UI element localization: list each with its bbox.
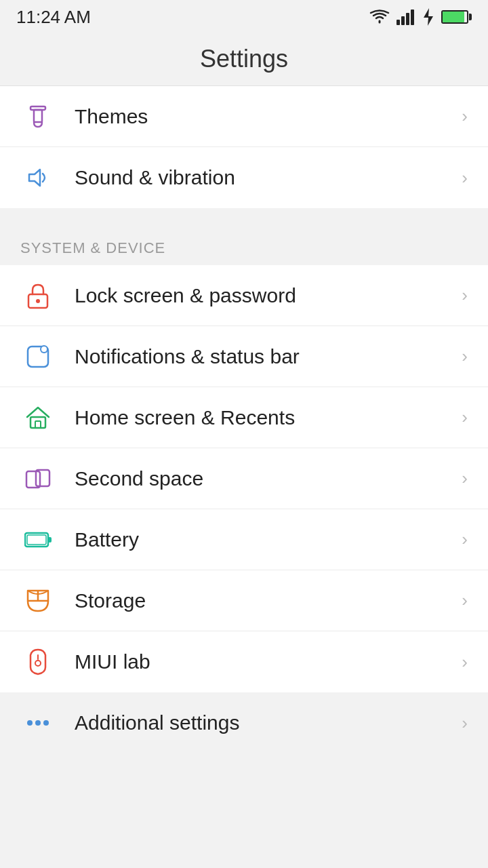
top-section: Themes › Sound & vibration › (0, 86, 488, 208)
settings-item-home[interactable]: Home screen & Recents › (0, 387, 488, 448)
svg-rect-2 (406, 13, 409, 25)
home-label: Home screen & Recents (75, 406, 462, 429)
lock-label: Lock screen & password (75, 284, 462, 307)
storage-label: Storage (75, 589, 462, 612)
page-header: Settings (0, 33, 488, 86)
status-bar: 11:24 AM (0, 0, 488, 33)
svg-point-23 (35, 720, 41, 726)
svg-point-20 (35, 660, 41, 666)
settings-item-second-space[interactable]: Second space › (0, 448, 488, 509)
settings-item-themes[interactable]: Themes › (0, 86, 488, 147)
notifications-label: Notifications & status bar (75, 345, 462, 368)
settings-item-notifications[interactable]: Notifications & status bar › (0, 326, 488, 387)
svg-rect-1 (401, 16, 405, 25)
second-space-label: Second space (75, 467, 462, 490)
battery-settings-icon (20, 522, 56, 557)
second-space-icon (20, 461, 56, 496)
additional-chevron: › (462, 713, 468, 734)
sound-icon (20, 160, 56, 195)
svg-rect-6 (34, 110, 42, 122)
svg-point-22 (27, 720, 33, 726)
signal-icon (396, 9, 415, 25)
notifications-chevron: › (462, 346, 468, 367)
status-icons (369, 8, 472, 26)
notifications-icon (20, 339, 56, 374)
svg-rect-3 (411, 9, 414, 25)
system-section: Lock screen & password › Notifications &… (0, 265, 488, 692)
lock-chevron: › (462, 285, 468, 306)
svg-marker-4 (424, 8, 433, 26)
svg-rect-14 (35, 421, 41, 428)
themes-icon (20, 99, 56, 134)
storage-chevron: › (462, 590, 468, 611)
system-section-header: SYSTEM & DEVICE (0, 220, 488, 265)
home-chevron: › (462, 407, 468, 428)
svg-rect-13 (30, 417, 45, 428)
svg-marker-7 (29, 170, 40, 186)
svg-rect-19 (27, 535, 46, 545)
themes-chevron: › (462, 106, 468, 127)
sound-chevron: › (462, 167, 468, 189)
svg-point-24 (43, 720, 49, 726)
section-divider (0, 208, 488, 220)
battery-icon (441, 10, 472, 24)
svg-point-9 (36, 299, 40, 303)
bolt-icon (422, 8, 434, 26)
status-time: 11:24 AM (16, 7, 91, 28)
svg-rect-0 (396, 20, 400, 25)
miui-lab-icon (20, 644, 56, 679)
themes-label: Themes (75, 105, 462, 128)
miui-lab-label: MIUI lab (75, 650, 462, 673)
second-space-chevron: › (462, 468, 468, 489)
storage-icon (20, 583, 56, 618)
lock-icon (20, 278, 56, 313)
battery-label: Battery (75, 528, 462, 551)
sound-label: Sound & vibration (75, 166, 462, 189)
svg-rect-16 (36, 470, 49, 486)
additional-icon (20, 705, 56, 741)
settings-item-additional[interactable]: Additional settings › (0, 692, 488, 753)
page-title: Settings (200, 45, 288, 73)
settings-item-storage[interactable]: Storage › (0, 570, 488, 631)
home-icon (20, 400, 56, 435)
settings-item-battery[interactable]: Battery › (0, 509, 488, 570)
battery-chevron: › (462, 529, 468, 550)
svg-rect-15 (26, 471, 40, 488)
svg-rect-18 (48, 537, 52, 542)
additional-label: Additional settings (75, 711, 462, 734)
settings-item-sound[interactable]: Sound & vibration › (0, 147, 488, 208)
settings-item-lock[interactable]: Lock screen & password › (0, 265, 488, 326)
settings-item-miui-lab[interactable]: MIUI lab › (0, 631, 488, 692)
additional-section: Additional settings › (0, 692, 488, 753)
wifi-icon (369, 9, 390, 25)
svg-point-12 (41, 347, 47, 352)
miui-lab-chevron: › (462, 652, 468, 673)
